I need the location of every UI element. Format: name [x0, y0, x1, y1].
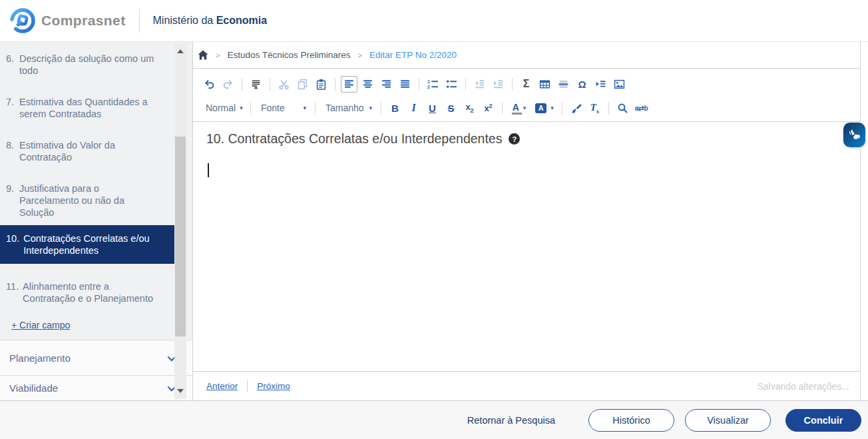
toolbar-row-2: Normal ▾ Fonte ▾ Tamanho ▾ B I U S: [201, 96, 860, 120]
horizontal-line-icon[interactable]: [555, 76, 572, 93]
toolbar-separator: [270, 78, 270, 91]
sidebar-section-viabilidade[interactable]: Viabilidade: [0, 375, 192, 400]
ministry-title: Ministério da Economia: [153, 15, 268, 27]
toolbar-separator: [608, 102, 609, 115]
toolbar-separator: [419, 78, 419, 91]
toolbar-separator: [562, 102, 562, 115]
finish-button[interactable]: Concluir: [785, 409, 861, 432]
font-family-dropdown[interactable]: Fonte ▾: [256, 103, 310, 113]
replace-icon[interactable]: a⇄b: [633, 100, 650, 117]
vlibras-accessibility-button[interactable]: [843, 123, 865, 147]
section-heading: 10. Contratações Correlatas e/ou Interde…: [206, 131, 847, 147]
strikethrough-icon[interactable]: S: [443, 100, 459, 117]
breadcrumb-separator: >: [358, 51, 362, 59]
svg-text:2: 2: [427, 84, 430, 89]
toolbar-separator: [250, 102, 251, 115]
richtext-toolbar: 12 Σ: [193, 69, 860, 122]
app-header: Comprasnet Ministério da Economia: [0, 0, 868, 42]
caret-down-icon: ▾: [240, 105, 243, 111]
toolbar-row-1: 12 Σ: [201, 72, 860, 96]
sidebar-item-7[interactable]: 7. Estimativa das Quantidades a serem Co…: [0, 92, 182, 124]
sidebar-item-9[interactable]: 9. Justificativa para o Parcelamento ou …: [0, 179, 182, 222]
editor-pagination-bar: Anterior Próximo Salvando alterações...: [193, 371, 860, 400]
undo-icon[interactable]: [201, 76, 218, 93]
font-size-dropdown[interactable]: Tamanho ▾: [321, 103, 375, 113]
nav-divider: [247, 380, 248, 392]
breadcrumb-etp-link[interactable]: Estudos Técnicos Preliminares: [227, 50, 350, 60]
toolbar-separator: [381, 102, 381, 115]
history-button[interactable]: Histórico: [588, 409, 674, 432]
sidebar-item-6[interactable]: 6. Descrição da solução como um todo: [0, 49, 182, 81]
action-footer: Retornar à Pesquisa Histórico Visualizar…: [0, 400, 868, 439]
breadcrumb-current-page[interactable]: Editar ETP No 2/2020: [369, 50, 457, 60]
text-cursor-caret: [208, 163, 209, 177]
help-icon[interactable]: ?: [509, 133, 520, 145]
etp-sections-sidebar: 6. Descrição da solução como um todo 7. …: [0, 42, 193, 400]
remove-format-icon[interactable]: Tx: [586, 100, 603, 117]
paragraph-format-dropdown[interactable]: Normal ▾: [201, 103, 245, 113]
bulleted-list-icon[interactable]: [443, 76, 460, 93]
caret-down-icon: ▾: [550, 105, 554, 111]
find-icon[interactable]: [614, 100, 631, 117]
caret-down-icon: ▾: [369, 105, 372, 111]
numbered-list-icon[interactable]: 12: [425, 76, 441, 93]
scroll-down-arrow-icon[interactable]: [177, 389, 184, 393]
sidebar-item-8[interactable]: 8. Estimativa do Valor da Contratação: [0, 135, 182, 167]
return-to-search-link[interactable]: Retornar à Pesquisa: [467, 415, 555, 426]
toolbar-separator: [315, 102, 316, 115]
autosave-status: Salvando alterações...: [757, 381, 849, 392]
previous-section-link[interactable]: Anterior: [206, 381, 238, 391]
toolbar-separator: [512, 78, 513, 91]
toolbar-separator: [242, 78, 242, 91]
subscript-icon[interactable]: x2: [461, 100, 478, 117]
preview-button[interactable]: Visualizar: [685, 409, 771, 432]
math-formula-icon[interactable]: Σ: [518, 76, 535, 93]
underline-icon[interactable]: U: [424, 100, 441, 117]
cut-icon[interactable]: [276, 76, 292, 93]
background-color-icon[interactable]: A ▾: [533, 100, 556, 117]
align-right-icon[interactable]: [378, 76, 395, 93]
scrollbar-thumb[interactable]: [175, 137, 186, 336]
toolbar-separator: [465, 78, 466, 91]
sidebar-scrollbar[interactable]: [174, 43, 186, 399]
sidebar-item-11[interactable]: 11. Alinhamento entre a Contratação e o …: [0, 276, 182, 308]
redo-icon[interactable]: [220, 76, 236, 93]
page-break-icon[interactable]: [592, 76, 609, 93]
home-icon[interactable]: [198, 50, 208, 60]
text-color-icon[interactable]: A ▾: [508, 100, 531, 117]
breadcrumb-separator: >: [216, 51, 220, 59]
superscript-icon[interactable]: x2: [480, 100, 497, 117]
align-center-icon[interactable]: [359, 76, 376, 93]
toolbar-separator: [335, 78, 335, 91]
brand-name: Comprasnet: [41, 13, 126, 29]
svg-text:1: 1: [427, 79, 430, 83]
print-icon[interactable]: [248, 76, 264, 93]
sidebar-item-10-active[interactable]: 10. Contratações Correlatas e/ou Interde…: [0, 225, 182, 264]
editor-content-area[interactable]: 10. Contratações Correlatas e/ou Interde…: [193, 122, 860, 371]
italic-icon[interactable]: I: [405, 100, 422, 117]
decrease-indent-icon[interactable]: [471, 76, 488, 93]
create-field-link[interactable]: + Criar campo: [11, 320, 70, 330]
justify-icon[interactable]: [397, 76, 413, 93]
sidebar-section-planejamento[interactable]: Planejamento: [0, 340, 192, 375]
next-section-link[interactable]: Próximo: [257, 381, 290, 391]
insert-table-icon[interactable]: [537, 76, 553, 93]
copy-formatting-brush-icon[interactable]: [568, 100, 584, 117]
main-panel: > Estudos Técnicos Preliminares > Editar…: [193, 42, 861, 400]
copy-icon[interactable]: [294, 76, 311, 93]
breadcrumb: > Estudos Técnicos Preliminares > Editar…: [193, 42, 860, 69]
caret-down-icon: ▾: [523, 105, 527, 111]
increase-indent-icon[interactable]: [490, 76, 507, 93]
align-left-icon[interactable]: [341, 76, 357, 93]
comprasnet-logo-icon: [7, 5, 39, 37]
insert-image-icon[interactable]: [611, 76, 628, 93]
bold-icon[interactable]: B: [387, 100, 403, 117]
paste-icon[interactable]: [313, 76, 329, 93]
special-character-icon[interactable]: Ω: [574, 76, 590, 93]
scroll-up-arrow-icon[interactable]: [177, 49, 184, 53]
caret-down-icon: ▾: [303, 105, 306, 111]
toolbar-separator: [502, 102, 503, 115]
header-divider: [139, 9, 140, 33]
